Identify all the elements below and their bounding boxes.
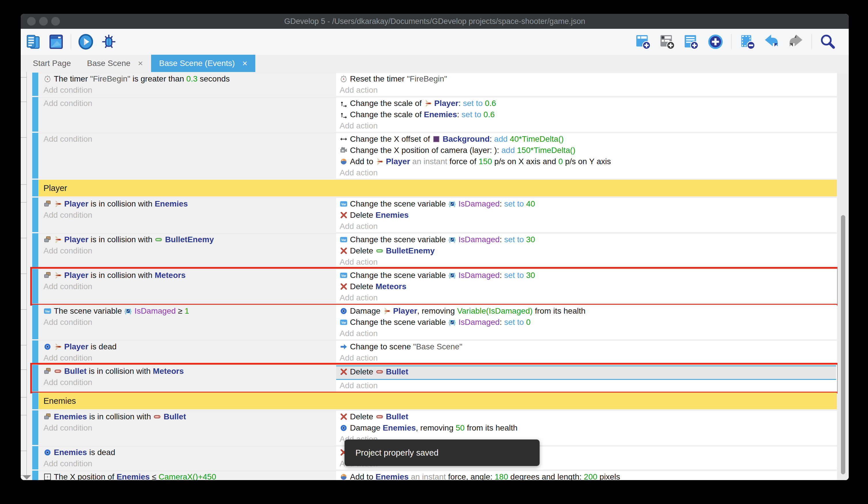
close-tab-icon[interactable]: × [242,59,248,68]
add-event-icon[interactable] [634,33,651,50]
actions-column[interactable]: VarChange the scene variable {}IsDamaged… [335,269,837,304]
condition-row[interactable]: Player is in collision with Enemies [43,198,335,209]
add-condition-button[interactable]: Add condition [43,316,335,328]
condition-row[interactable]: Player is in collision with Meteors [43,270,335,281]
action-row[interactable]: Reset the timer "FireBegin" [340,73,837,84]
add-subevent-icon[interactable] [659,33,675,50]
add-action-button[interactable]: Add action [340,292,837,303]
condition-row[interactable]: Player is dead [43,341,335,352]
action-row[interactable]: Change the scale of Player: set to 0.6 [340,98,837,109]
tab-base-scene[interactable]: Base Scene × [79,55,151,72]
conditions-column[interactable]: Player is in collision with EnemiesAdd c… [38,198,335,232]
conditions-column[interactable]: Enemies is in collision with BulletAdd c… [38,411,335,445]
actions-column[interactable]: Change the scale of Player: set to 0.6Ch… [335,97,837,132]
action-row[interactable]: Change the X offset of Background: add 4… [340,133,837,144]
actions-column[interactable]: Reset the timer "FireBegin"Add action [335,73,837,96]
add-action-button[interactable]: Add action [340,167,837,178]
conditions-column[interactable]: Enemies is deadAdd condition [38,446,335,470]
add-condition-button[interactable]: Add condition [43,98,335,109]
add-action-button[interactable]: Add action [340,256,837,268]
condition-row[interactable]: The timer "FireBegin" is greater than 0.… [43,73,335,84]
event-drag-bar[interactable] [32,97,38,132]
close-tab-icon[interactable]: × [138,59,143,68]
tab-start-page[interactable]: Start Page [25,55,79,72]
add-circle-icon[interactable] [707,33,724,50]
action-row[interactable]: Add to Enemies an instant force, angle: … [340,471,837,480]
actions-column[interactable]: Delete BulletAdd action [335,365,837,391]
conditions-column[interactable]: Player is in collision with MeteorsAdd c… [38,269,335,304]
condition-row[interactable]: Bullet is in collision with Meteors [43,365,335,377]
condition-row[interactable]: Enemies is dead [43,447,335,458]
actions-column[interactable]: Damage Player, removing Variable(IsDamag… [335,305,837,339]
scrollbar-thumb[interactable] [841,215,845,474]
actions-column[interactable]: VarChange the scene variable {}IsDamaged… [335,234,837,268]
add-action-button[interactable]: Add action [340,221,837,232]
action-row[interactable]: Delete Enemies [340,209,837,221]
redo-icon[interactable] [787,33,804,50]
add-condition-button[interactable]: Add condition [43,133,335,144]
action-row[interactable]: VarChange the scene variable {}IsDamaged… [340,198,837,209]
action-row[interactable]: Delete Bullet [336,365,836,380]
action-row[interactable]: VarChange the scene variable {}IsDamaged… [340,270,837,281]
add-action-button[interactable]: Add action [340,328,837,339]
actions-column[interactable]: Add to Enemies an instant force, angle: … [335,471,837,480]
actions-column[interactable]: Change the X offset of Background: add 4… [335,133,837,179]
conditions-column[interactable]: The X position of Enemies ≤ CameraX()+45… [38,471,335,480]
add-condition-button[interactable]: Add condition [43,84,335,95]
action-row[interactable]: Delete BulletEnemy [340,245,837,256]
event-drag-bar[interactable] [32,269,38,304]
undo-icon[interactable] [763,33,780,50]
actions-column[interactable]: VarChange the scene variable {}IsDamaged… [335,198,837,232]
event-drag-bar[interactable] [32,393,38,409]
conditions-column[interactable]: VarThe scene variable {}IsDamaged ≥ 1Add… [38,305,335,339]
group-header[interactable]: Enemies [38,393,837,409]
project-manager-icon[interactable] [25,33,41,50]
event-drag-bar[interactable] [32,446,38,470]
conditions-column[interactable]: Add condition [38,97,335,132]
action-row[interactable]: Damage Enemies, removing 50 from its hea… [340,422,837,433]
delete-selection-icon[interactable] [739,33,756,50]
search-icon[interactable] [819,33,836,50]
add-condition-button[interactable]: Add condition [43,458,335,469]
action-row[interactable]: Delete Meteors [340,281,837,292]
event-drag-bar[interactable] [32,180,38,196]
action-row[interactable]: VarChange the scene variable {}IsDamaged… [340,234,837,245]
action-row[interactable]: Change the scale of Enemies: set to 0.6 [340,109,837,120]
event-drag-bar[interactable] [32,198,38,232]
event-drag-bar[interactable] [32,410,38,445]
event-drag-bar[interactable] [32,365,38,391]
play-icon[interactable] [78,33,94,50]
scene-editor-icon[interactable] [48,33,64,50]
debug-icon[interactable] [101,33,117,50]
action-row[interactable]: Delete Bullet [340,411,837,422]
action-row[interactable]: Damage Player, removing Variable(IsDamag… [340,305,837,316]
add-comment-icon[interactable] [683,33,700,50]
actions-column[interactable]: Change to scene "Base Scene"Add action [335,341,837,364]
action-row[interactable]: Add to Player an instant force of 150 p/… [340,156,837,167]
add-condition-button[interactable]: Add condition [43,377,335,388]
event-drag-bar[interactable] [32,133,38,179]
conditions-column[interactable]: Player is deadAdd condition [38,341,335,364]
condition-row[interactable]: VarThe scene variable {}IsDamaged ≥ 1 [43,305,335,316]
add-condition-button[interactable]: Add condition [43,422,335,433]
add-condition-button[interactable]: Add condition [43,281,335,292]
scrollbar-track[interactable] [837,72,849,480]
action-row[interactable]: Change to scene "Base Scene" [340,341,837,352]
add-condition-button[interactable]: Add condition [43,352,335,363]
action-row[interactable]: VarChange the scene variable {}IsDamaged… [340,316,837,328]
add-action-button[interactable]: Add action [340,120,837,131]
event-drag-bar[interactable] [32,73,38,96]
conditions-column[interactable]: Player is in collision with BulletEnemyA… [38,234,335,268]
group-header[interactable]: Player [38,180,837,196]
conditions-column[interactable]: Add condition [38,133,335,179]
add-action-button[interactable]: Add action [340,380,837,391]
event-drag-bar[interactable] [32,340,38,364]
add-action-button[interactable]: Add action [340,352,837,363]
conditions-column[interactable]: The timer "FireBegin" is greater than 0.… [38,73,335,96]
add-action-button[interactable]: Add action [340,84,837,95]
add-condition-button[interactable]: Add condition [43,245,335,256]
conditions-column[interactable]: Bullet is in collision with MeteorsAdd c… [38,365,335,391]
condition-row[interactable]: Player is in collision with BulletEnemy [43,234,335,245]
action-row[interactable]: Change the X position of camera (layer: … [340,144,837,156]
event-drag-bar[interactable] [32,305,38,339]
